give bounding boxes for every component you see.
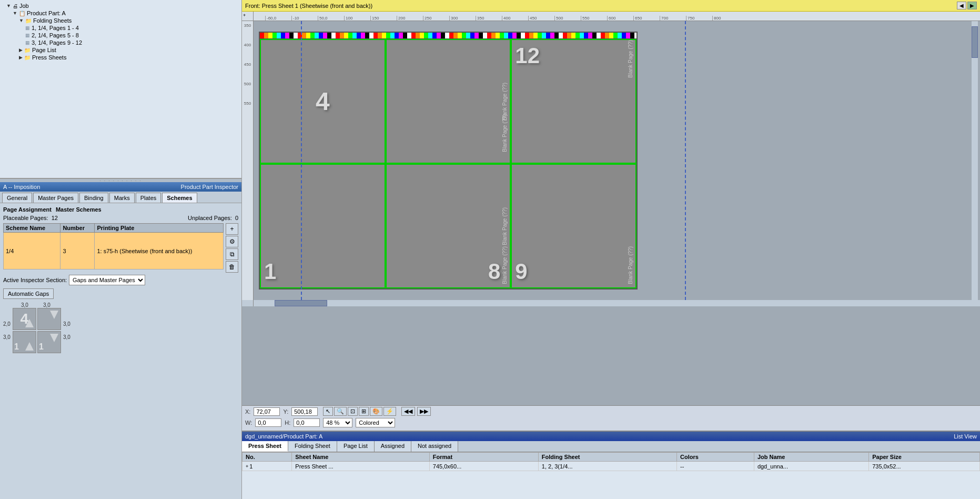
tree-item-sheet3[interactable]: ▦ 3, 1/4, Pages 9 - 12 (2, 39, 239, 46)
tab-binding[interactable]: Binding (79, 193, 108, 203)
inspector-header-right: Product Part Inspector (181, 184, 238, 190)
tree-label-folding-sheets: Folding Sheets (33, 17, 72, 24)
tree-item-product-part-a[interactable]: ▼ 📋 Product Part: A (2, 9, 239, 17)
folder-icon-folding: 📁 (25, 18, 32, 24)
cell-no-value: 1 (249, 463, 252, 470)
vertical-scrollbar[interactable] (972, 21, 978, 300)
diagram-row-bottom: 1 1 (13, 331, 61, 353)
table-row-0[interactable]: + 1 Press Sheet ... 745,0x60... 1, 2, 3(… (243, 462, 980, 471)
horizontal-scrollbar-area (242, 300, 980, 306)
auto-gaps-button[interactable]: Automatic Gaps (3, 288, 54, 299)
blank-label-bottom-center: Blank Page (??) (502, 207, 508, 245)
color-mode-select[interactable]: Colored Grayscale Wireframe (356, 418, 395, 427)
scheme-table-area: Scheme Name Number Printing Plate 1/4 3 … (3, 223, 238, 273)
ruler-left-350: 350 (244, 23, 251, 28)
zoom-select[interactable]: 25 % 48 % 50 % 75 % 100 % (323, 418, 352, 427)
zoom-in-tool-button[interactable]: 🔍 (334, 407, 347, 416)
page-number-4: 4 (316, 87, 330, 116)
ruler-mark-10: 450 (528, 16, 554, 21)
h-scrollbar-thumb[interactable] (275, 300, 327, 306)
tree-item-job[interactable]: ▼ 🖨 Job (2, 2, 239, 9)
settings-tool-button[interactable]: ⚡ (383, 407, 396, 416)
tree-item-sheet1[interactable]: ▦ 1, 1/4, Pages 1 - 4 (2, 24, 239, 32)
tab-folding-sheet[interactable]: Folding Sheet (288, 441, 337, 452)
tab-press-sheet[interactable]: Press Sheet (242, 441, 288, 452)
ruler-left-400: 400 (244, 43, 251, 47)
tab-marks[interactable]: Marks (109, 193, 135, 203)
tab-master-pages[interactable]: Master Pages (33, 193, 78, 203)
tab-schemes[interactable]: Schemes (162, 193, 197, 203)
ruler-mark-17: 800 (712, 16, 739, 21)
tab-assigned[interactable]: Assigned (375, 441, 411, 452)
ruler-left-500: 500 (244, 82, 251, 86)
canvas-title: Front: Press Sheet 1 (Sheetwise (front a… (245, 3, 372, 9)
ruler-mark-13: 600 (607, 16, 633, 21)
w-value: 0,0 (255, 418, 281, 427)
fit-width-button[interactable]: ⊞ (359, 407, 369, 416)
ruler-mark-14: 650 (633, 16, 660, 21)
w-label: W: (245, 420, 252, 426)
tab-general[interactable]: General (2, 193, 32, 203)
canvas-nav-prev[interactable]: ◀ (957, 2, 966, 9)
tree-item-sheet2[interactable]: ▦ 2, 1/4, Pages 5 - 8 (2, 32, 239, 39)
ruler-corner-btn[interactable]: + (242, 12, 247, 19)
tab-not-assigned[interactable]: Not assigned (411, 441, 458, 452)
ruler-mark-5: 200 (397, 16, 423, 21)
svg-marker-1 (50, 311, 58, 319)
gap-right-top-value: 3,0 (63, 321, 70, 327)
sheet-cell-12: 12 Blank Page (??) (511, 39, 637, 164)
horizontal-scrollbar[interactable] (254, 300, 980, 306)
bottom-table-area: No. Sheet Name Format Folding Sheet Colo… (242, 452, 980, 499)
color-tool-button[interactable]: 🎨 (370, 407, 382, 416)
scrollbar-thumb[interactable] (972, 26, 978, 58)
product-part-icon: 📋 (19, 11, 25, 16)
expand-icon-row[interactable]: + (246, 464, 248, 469)
tab-page-list[interactable]: Page List (337, 441, 375, 452)
blank-label-top-right: Blank Page (??) (628, 40, 633, 78)
sheet-cell-blank-bottom-center: Blank Page (??) Blank Page (??) 8 (386, 164, 511, 288)
ruler-top: -60,0 -10 50,0 100 150 200 250 300 350 4… (254, 12, 980, 21)
gap-left-bottom-value: 3,0 (3, 334, 11, 340)
ruler-left: 350 400 450 500 550 (242, 21, 254, 300)
active-inspector-select[interactable]: Gaps and Master Pages (69, 275, 145, 285)
expand-icon-job: ▼ (6, 3, 11, 8)
inspector-header: A -- Imposition Product Part Inspector (0, 182, 241, 192)
add-scheme-button[interactable]: + (226, 223, 238, 235)
fit-page-button[interactable]: ⊡ (348, 407, 358, 416)
gaps-right-col: 3,0 3,0 (63, 321, 70, 340)
gap-top-left-value: 3,0 (21, 302, 28, 308)
canvas-nav-next[interactable]: ▶ (967, 2, 977, 9)
col-paper-size: Paper Size (869, 453, 980, 462)
file-icon-sheet2: ▦ (25, 33, 30, 38)
expand-icon-folding-sheets: ▼ (19, 18, 24, 23)
nav-next-button[interactable]: ▶▶ (417, 407, 431, 416)
h-label: H: (285, 420, 290, 426)
ruler-mark-4: 150 (370, 16, 397, 21)
sheet-cell-4: 4 (260, 39, 386, 164)
tab-plates[interactable]: Plates (136, 193, 161, 203)
nav-buttons-right: ◀◀ ▶▶ (401, 407, 431, 416)
edit-scheme-button[interactable]: ⚙ (226, 236, 238, 247)
tool-buttons: ↖ 🔍 ⊡ ⊞ 🎨 ⚡ (323, 407, 396, 416)
tree-item-folding-sheets[interactable]: ▼ 📁 Folding Sheets (2, 17, 239, 24)
cell-arrow-top-right (50, 311, 58, 319)
copy-scheme-button[interactable]: ⧉ (226, 248, 238, 260)
tree-label-product-part-a: Product Part: A (27, 10, 66, 16)
nav-prev-button[interactable]: ◀◀ (401, 407, 415, 416)
tree-item-page-list[interactable]: ▶ 📁 Page List (2, 46, 239, 54)
gaps-diagram: 3,0 3,0 2,0 3,0 4 (3, 302, 238, 353)
cell-job-name-0: dgd_unna... (754, 462, 868, 471)
status-row-2: W: 0,0 H: 0,0 25 % 48 % 50 % 75 % 100 % … (242, 417, 980, 428)
ruler-mark-6: 250 (423, 16, 449, 21)
delete-scheme-button[interactable]: 🗑 (226, 261, 238, 273)
scheme-plate-cell: 1: s75-h (Sheetwise (front and back)) (95, 233, 224, 270)
tree-item-press-sheets[interactable]: ▶ 📁 Press Sheets (2, 54, 239, 61)
page-assignment-label: Page Assignment (3, 206, 52, 213)
pointer-tool-button[interactable]: ↖ (323, 407, 333, 416)
canvas-inner[interactable]: + -60,0 -10 50,0 100 150 200 250 (242, 12, 980, 405)
data-table: No. Sheet Name Format Folding Sheet Colo… (242, 452, 980, 471)
ruler-left-450: 450 (244, 62, 251, 67)
scheme-row-0[interactable]: 1/4 3 1: s75-h (Sheetwise (front and bac… (4, 233, 224, 270)
col-colors: Colors (677, 453, 754, 462)
gaps-main-area: 2,0 3,0 4 (3, 308, 238, 353)
